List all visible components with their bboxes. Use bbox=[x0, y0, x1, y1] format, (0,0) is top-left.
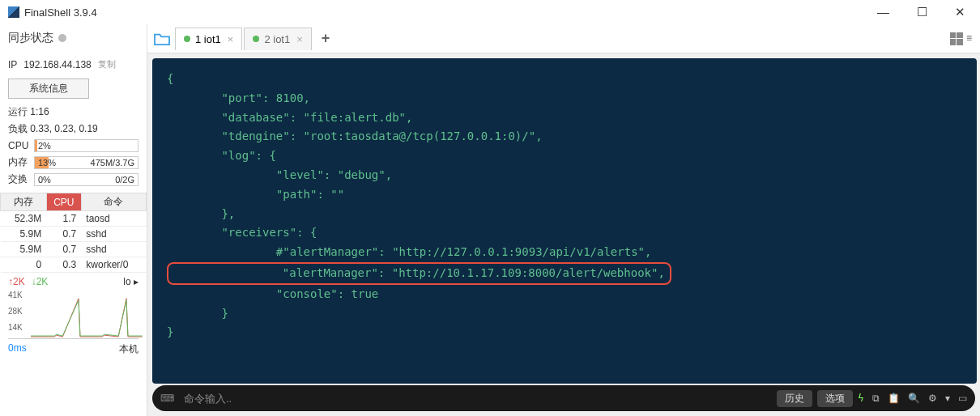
ip-row: IP 192.168.44.138 复制 bbox=[0, 55, 147, 74]
grid-icon[interactable] bbox=[950, 32, 963, 45]
table-row[interactable]: 00.3kworker/0 bbox=[1, 257, 147, 273]
net-chart: 41K 28K 14K bbox=[8, 291, 138, 339]
local-label: 本机 bbox=[119, 342, 138, 356]
copy-icon[interactable]: ⧉ bbox=[872, 393, 880, 404]
app-title: FinalShell 3.9.4 bbox=[24, 6, 871, 19]
chevron-down-icon[interactable]: ▾ bbox=[945, 393, 950, 404]
paste-icon[interactable]: 📋 bbox=[888, 393, 900, 404]
table-row[interactable]: 5.9M0.7sshd bbox=[1, 227, 147, 242]
command-bar: ⌨ 历史 选项 ϟ ⧉ 📋 🔍 ⚙ ▾ ▭ bbox=[152, 385, 975, 411]
more-icon[interactable]: ≡ bbox=[966, 32, 972, 45]
copy-button[interactable]: 复制 bbox=[98, 58, 116, 70]
layout-icons[interactable]: ≡ bbox=[950, 32, 980, 45]
close-icon[interactable]: × bbox=[296, 33, 303, 45]
window-buttons: — ☐ ✕ bbox=[871, 5, 972, 19]
cpu-pct: 2% bbox=[38, 141, 51, 151]
prompt-icon: ⌨ bbox=[160, 393, 174, 404]
sysinfo-button[interactable]: 系统信息 bbox=[8, 79, 89, 99]
close-button[interactable]: ✕ bbox=[948, 5, 972, 19]
net-iface: lo ▸ bbox=[123, 276, 138, 287]
sidebar: 同步状态 IP 192.168.44.138 复制 系统信息 运行 1:16 负… bbox=[0, 24, 147, 416]
net-up: ↑2K bbox=[8, 276, 25, 287]
bolt-icon[interactable]: ϟ bbox=[858, 393, 864, 404]
mem-pct: 13% bbox=[38, 158, 56, 168]
mem-meter: 内存 13%475M/3.7G bbox=[0, 154, 147, 171]
load: 负载 0.33, 0.23, 0.19 bbox=[0, 121, 147, 138]
table-row[interactable]: 5.9M0.7sshd bbox=[1, 242, 147, 257]
tab-add-button[interactable]: + bbox=[313, 30, 339, 47]
cpu-meter: CPU 2% bbox=[0, 138, 147, 154]
tab-label: 1 iot1 bbox=[195, 33, 221, 45]
swap-pct: 0% bbox=[38, 175, 51, 185]
tab-0[interactable]: 1 iot1× bbox=[175, 28, 242, 50]
sync-label: 同步状态 bbox=[8, 31, 53, 45]
col-cmd[interactable]: 命令 bbox=[81, 193, 146, 211]
search-icon[interactable]: 🔍 bbox=[908, 393, 920, 404]
options-button[interactable]: 选项 bbox=[817, 390, 853, 407]
bottom-row: 0ms 本机 bbox=[0, 339, 147, 359]
col-cpu[interactable]: CPU bbox=[46, 193, 81, 211]
swap-label: 交换 bbox=[8, 172, 31, 186]
gear-icon[interactable]: ⚙ bbox=[928, 393, 937, 404]
history-button[interactable]: 历史 bbox=[777, 390, 812, 407]
swap-text: 0/2G bbox=[115, 175, 134, 185]
tabbar: 1 iot1×2 iot1× + ≡ bbox=[147, 24, 980, 53]
process-table: 内存 CPU 命令 52.3M1.7taosd5.9M0.7sshd5.9M0.… bbox=[0, 193, 147, 273]
tab-label: 2 iot1 bbox=[264, 33, 290, 45]
status-dot-icon bbox=[184, 36, 190, 42]
folder-icon[interactable] bbox=[151, 29, 173, 49]
net-row: ↑2K ↓2K lo ▸ bbox=[0, 273, 147, 291]
status-dot-icon bbox=[253, 36, 259, 42]
app-icon bbox=[8, 6, 19, 18]
terminal[interactable]: { "port": 8100, "database": "file:alert.… bbox=[152, 58, 977, 384]
cpu-label: CPU bbox=[8, 140, 31, 151]
latency: 0ms bbox=[8, 342, 27, 356]
sync-status: 同步状态 bbox=[0, 28, 147, 49]
tab-1[interactable]: 2 iot1× bbox=[244, 28, 311, 50]
ip-label: IP bbox=[8, 59, 17, 70]
col-mem[interactable]: 内存 bbox=[1, 193, 47, 211]
mem-text: 475M/3.7G bbox=[91, 158, 134, 168]
minimize-button[interactable]: — bbox=[871, 5, 896, 19]
uptime: 运行 1:16 bbox=[0, 104, 147, 121]
ip-value: 192.168.44.138 bbox=[23, 59, 91, 70]
sync-dot-icon bbox=[58, 34, 66, 42]
table-row[interactable]: 52.3M1.7taosd bbox=[1, 211, 147, 227]
mem-label: 内存 bbox=[8, 155, 31, 169]
maximize-button[interactable]: ☐ bbox=[910, 5, 934, 19]
close-icon[interactable]: × bbox=[228, 33, 234, 45]
titlebar: FinalShell 3.9.4 — ☐ ✕ bbox=[0, 0, 980, 24]
net-down: ↓2K bbox=[32, 276, 49, 287]
swap-meter: 交换 0%0/2G bbox=[0, 171, 147, 188]
command-input[interactable] bbox=[179, 393, 772, 405]
fullscreen-icon[interactable]: ▭ bbox=[958, 393, 967, 404]
content-area: 1 iot1×2 iot1× + ≡ { "port": 8100, "data… bbox=[147, 24, 980, 416]
